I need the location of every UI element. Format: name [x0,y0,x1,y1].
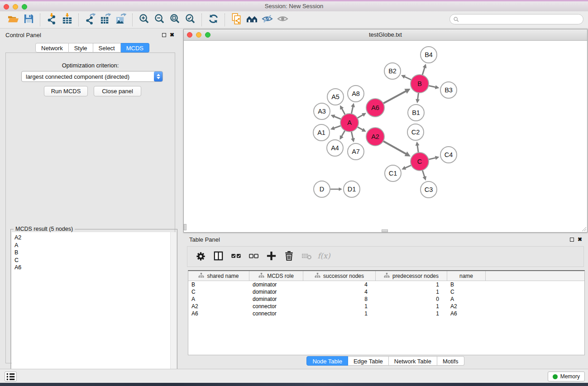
minimize-window-light[interactable] [13,4,18,10]
add-column-button[interactable] [265,250,277,263]
table-cell[interactable]: 1 [376,310,447,317]
control-tab-network[interactable]: Network [35,43,69,52]
save-session-button[interactable] [21,13,36,27]
table-row[interactable]: Adominator80A [188,295,584,303]
mcds-result-item[interactable]: A6 [14,264,176,272]
table-cell[interactable]: 1 [303,310,376,317]
table-cell[interactable]: A2 [188,303,249,310]
table-cell[interactable]: C [188,288,249,295]
column-header-MCDS-role[interactable]: MCDS role [249,271,303,281]
table-row[interactable]: A2connector11A2 [188,303,584,310]
table-tab-network-table[interactable]: Network Table [389,356,437,366]
network-graph[interactable]: B4B2BB3A5A8A6B1A3AC2A1A2A4A7C4CC1C3DD1 [184,41,587,232]
task-history-button[interactable] [5,372,17,381]
network-minimize-light[interactable] [196,32,201,38]
optimization-criterion-select[interactable]: largest connected component (directed) [21,71,163,82]
resize-grip-icon[interactable] [581,226,587,232]
export-table-button[interactable] [98,13,113,27]
table-tab-motifs[interactable]: Motifs [437,356,464,366]
result-scrollbar[interactable] [170,232,176,383]
network-zoom-light[interactable] [205,32,210,38]
import-table-icon [62,13,73,26]
table-tab-edge-table[interactable]: Edge Table [348,356,389,366]
export-network-button[interactable] [82,13,98,27]
table-panel: Table Panel ✖ f(x) shared nameMCDS roles… [183,234,588,368]
show-columns-button[interactable] [212,250,225,263]
network-canvas[interactable]: B4B2BB3A5A8A6B1A3AC2A1A2A4A7C4CC1C3DD1 [184,41,587,232]
table-cell[interactable]: connector [249,303,303,310]
open-file-button[interactable] [5,13,21,27]
table-cell[interactable]: dominator [249,281,303,288]
control-tab-style[interactable]: Style [69,43,93,52]
table-cell[interactable]: dominator [249,288,303,295]
mcds-result-item[interactable]: A [14,242,176,249]
table-cell[interactable]: C [447,288,486,295]
table-cell[interactable]: A [188,295,249,303]
run-mcds-button[interactable]: Run MCDS [44,86,88,96]
table-cell[interactable]: 0 [376,295,447,303]
mcds-result-item[interactable]: B [14,249,176,257]
first-neighbors-button[interactable] [244,13,259,27]
mcds-result-list[interactable]: A2ABCA6 [12,232,176,383]
edge-arrowhead [351,138,355,143]
control-panel-title: Control Panel [2,32,160,38]
zoom-window-light[interactable] [22,4,27,10]
table-cell[interactable]: B [188,281,249,288]
search-input[interactable] [459,15,583,24]
search-box[interactable] [449,14,583,24]
zoom-out-button[interactable] [152,13,167,27]
hide-selected-button[interactable] [259,13,275,27]
zoom-selected-button[interactable] [182,13,198,27]
column-header-predecessor-nodes[interactable]: predecessor nodes [376,271,447,281]
float-panel-button[interactable] [160,31,168,38]
export-image-button[interactable] [113,13,129,27]
table-cell[interactable]: A2 [447,303,486,310]
network-window-titlebar[interactable]: testGlobe.txt [184,29,587,41]
mcds-result-item[interactable]: A2 [14,234,176,242]
table-cell[interactable]: A [447,295,486,303]
refresh-button[interactable] [206,13,221,27]
memory-button[interactable]: Memory [548,372,585,381]
collapse-grip-bottom[interactable] [382,229,388,232]
table-tab-node-table[interactable]: Node Table [306,356,348,366]
table-cell[interactable]: 1 [376,281,447,288]
control-tab-mcds[interactable]: MCDS [121,43,149,52]
mcds-result-item[interactable]: C [14,257,176,264]
column-header-shared-name[interactable]: shared name [188,271,249,281]
zoom-in-button[interactable] [136,13,152,27]
table-cell[interactable]: A6 [447,310,486,317]
select-all-button[interactable] [229,250,242,263]
table-cell[interactable]: connector [249,310,303,317]
new-network-from-selection-button[interactable] [229,13,244,27]
close-panel-button[interactable]: ✖ [168,31,176,38]
table-cell[interactable]: 4 [303,281,376,288]
delete-column-button[interactable] [282,250,295,263]
close-panel-action-button[interactable]: Close panel [94,86,141,96]
table-cell[interactable]: B [447,281,486,288]
table-row[interactable]: Cdominator41C [188,288,584,295]
collapse-grip-left[interactable] [184,224,186,230]
table-cell[interactable]: dominator [249,295,303,303]
node-label-B: B [417,80,422,87]
column-header-successor-nodes[interactable]: successor nodes [303,271,376,281]
show-all-button[interactable] [275,13,290,27]
table-float-button[interactable] [568,236,576,243]
table-cell[interactable]: A6 [188,310,249,317]
table-row[interactable]: Bdominator41B [188,281,584,288]
table-cell[interactable]: 8 [303,295,376,303]
table-cell[interactable]: 1 [376,288,447,295]
network-close-light[interactable] [187,32,192,38]
fit-content-button[interactable] [167,13,182,27]
close-window-light[interactable] [4,4,9,10]
table-cell[interactable]: 1 [376,303,447,310]
import-network-button[interactable] [44,13,59,27]
control-tab-select[interactable]: Select [93,43,121,52]
table-cell[interactable]: 4 [303,288,376,295]
table-row[interactable]: A6connector11A6 [188,310,584,317]
table-settings-button[interactable] [194,250,207,263]
table-cell[interactable]: 1 [303,303,376,310]
unselect-all-button[interactable] [247,250,260,263]
table-close-button[interactable]: ✖ [576,236,584,243]
import-table-button[interactable] [59,13,75,27]
column-header-name[interactable]: name [447,271,486,281]
